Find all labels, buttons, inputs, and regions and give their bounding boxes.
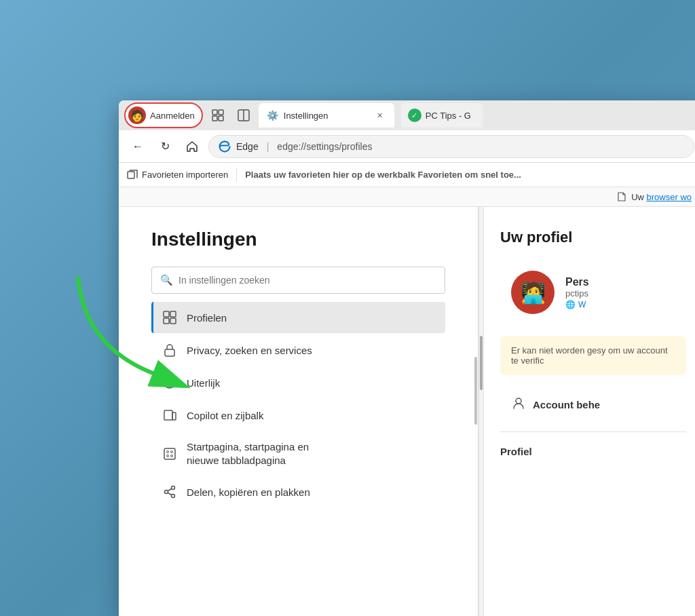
settings-sidebar: Instellingen 🔍 Profielen: [119, 207, 478, 616]
profile-email: pctips: [565, 288, 675, 299]
menu-item-startpagina[interactable]: Startpagina, startpagina ennieuwe tabbla…: [151, 432, 445, 475]
menu-item-delen[interactable]: Delen, kopiëren en plakken: [151, 476, 445, 507]
svg-rect-9: [170, 311, 176, 317]
svg-point-24: [165, 490, 168, 494]
settings-tab-icon: ⚙️: [267, 110, 278, 121]
warning-box: Er kan niet worden gesy om uw account te…: [500, 336, 686, 375]
settings-search-input[interactable]: [179, 275, 436, 286]
bookmarks-separator: [236, 168, 237, 182]
refresh-button[interactable]: ↻: [154, 136, 176, 157]
address-text: Edge | edge://settings/profiles: [236, 141, 372, 152]
favorites-import-button[interactable]: Favorieten importeren: [127, 170, 228, 180]
profile-avatar-small: 🧑: [128, 107, 146, 124]
account-manage-icon: [511, 396, 526, 414]
split-screen-btn[interactable]: [233, 104, 255, 126]
svg-point-21: [167, 455, 169, 457]
svg-rect-3: [212, 116, 217, 121]
address-bar[interactable]: Edge | edge://settings/profiles: [208, 135, 694, 158]
address-brand: Edge: [236, 141, 259, 152]
profile-info: Pers pctips 🌐 W: [565, 276, 675, 309]
svg-line-27: [168, 493, 172, 495]
menu-label-delen: Delen, kopiëren en plakken: [187, 486, 310, 498]
menu-label-privacy: Privacy, zoeken en services: [187, 345, 312, 356]
pctips-tab[interactable]: ✓ PC Tips - G: [401, 103, 483, 128]
tab-bar: 🧑 Aanmelden ⚙️ Instellingen ✕: [119, 100, 695, 130]
browser-window: 🧑 Aanmelden ⚙️ Instellingen ✕: [119, 100, 695, 616]
profile-name: Pers: [565, 276, 675, 288]
content-area: Instellingen 🔍 Profielen: [119, 207, 695, 616]
svg-rect-8: [164, 311, 169, 317]
profile-avatar-large: 🧑‍💻: [511, 271, 555, 314]
svg-rect-12: [165, 349, 174, 356]
account-manage-label: Account behe: [533, 399, 600, 410]
settings-tab-title: Instellingen: [284, 111, 328, 121]
svg-point-13: [164, 377, 175, 388]
menu-label-profielen: Profielen: [187, 312, 227, 324]
pctips-tab-title: PC Tips - G: [426, 111, 471, 121]
svg-rect-1: [212, 110, 217, 115]
settings-title: Instellingen: [151, 229, 445, 250]
info-bar: Uw browser wo: [119, 187, 695, 207]
settings-tab[interactable]: ⚙️ Instellingen ✕: [259, 103, 394, 128]
svg-rect-7: [128, 172, 134, 178]
svg-point-20: [171, 450, 173, 453]
tab-close-button[interactable]: ✕: [374, 109, 386, 121]
favorites-placeholder-text: Plaats uw favorieten hier op de werkbalk…: [245, 170, 694, 180]
info-bar-text: Uw browser wo: [631, 192, 692, 202]
settings-search-box[interactable]: 🔍: [151, 267, 445, 294]
profile-panel-title: Uw profiel: [500, 229, 686, 246]
profile-card: 🧑‍💻 Pers pctips 🌐 W: [500, 260, 686, 325]
svg-point-28: [516, 398, 521, 404]
svg-point-22: [171, 455, 173, 457]
profiles-section-label: Profiel: [500, 440, 686, 463]
svg-rect-4: [219, 116, 223, 121]
startpagina-icon: [162, 446, 177, 461]
svg-line-26: [168, 489, 172, 491]
svg-rect-2: [219, 110, 223, 115]
profile-button[interactable]: 🧑 Aanmelden: [124, 102, 203, 128]
address-url: edge://settings/profiles: [277, 141, 372, 152]
browser-link[interactable]: browser wo: [647, 192, 692, 202]
search-icon: 🔍: [160, 274, 173, 286]
menu-item-uiterlijk[interactable]: Uiterlijk: [151, 367, 445, 398]
svg-rect-16: [164, 410, 172, 420]
home-button[interactable]: [181, 136, 203, 157]
favorites-import-label: Favorieten importeren: [142, 170, 228, 180]
profile-panel: Uw profiel 🧑‍💻 Pers pctips 🌐 W Er kan ni: [484, 207, 695, 616]
svg-point-19: [167, 450, 169, 453]
green-check-icon: ✓: [408, 109, 421, 122]
uiterlijk-icon: [162, 375, 177, 390]
menu-label-startpagina: Startpagina, startpagina ennieuwe tabbla…: [187, 440, 309, 467]
edge-logo-icon: [219, 140, 231, 153]
svg-rect-18: [164, 448, 175, 459]
profielen-icon: [162, 310, 177, 325]
privacy-icon: [162, 343, 177, 358]
profile-button-label: Aanmelden: [150, 111, 195, 121]
menu-item-profielen[interactable]: Profielen: [151, 302, 445, 333]
menu-label-uiterlijk: Uiterlijk: [187, 377, 220, 389]
menu-label-copilot: Copilot en zijbalk: [187, 410, 263, 421]
scrollbar-thumb[interactable]: [474, 357, 477, 425]
delen-icon: [162, 484, 177, 499]
account-manage[interactable]: Account behe: [500, 386, 686, 423]
menu-item-privacy[interactable]: Privacy, zoeken en services: [151, 334, 445, 366]
svg-rect-10: [164, 318, 169, 324]
tab-collections-btn[interactable]: [207, 104, 229, 126]
panel-separator: [478, 207, 484, 616]
back-button[interactable]: ←: [127, 136, 149, 157]
svg-point-23: [172, 486, 175, 490]
bookmarks-bar: Favorieten importeren Plaats uw favoriet…: [119, 163, 695, 187]
menu-item-copilot[interactable]: Copilot en zijbalk: [151, 400, 445, 431]
svg-rect-17: [172, 412, 176, 420]
navigation-bar: ← ↻ Edge | edge://settings/profiles: [119, 130, 695, 163]
warning-text: Er kan niet worden gesy om uw account te…: [511, 345, 668, 366]
svg-point-15: [171, 381, 173, 383]
svg-point-14: [167, 381, 169, 383]
copilot-icon: [162, 408, 177, 423]
profile-badge: 🌐 W: [565, 300, 675, 309]
svg-rect-11: [170, 318, 176, 324]
svg-point-25: [172, 495, 175, 498]
